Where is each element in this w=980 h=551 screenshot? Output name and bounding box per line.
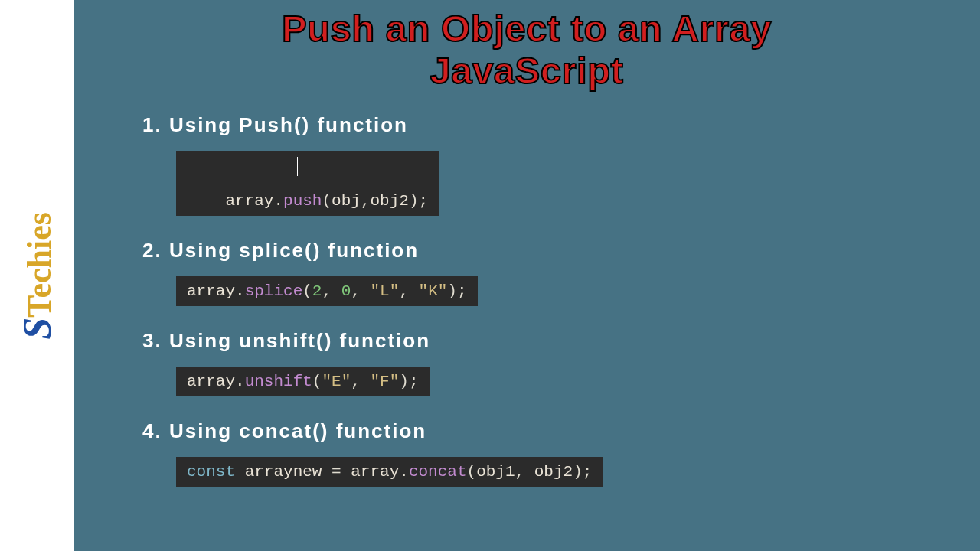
code-token: array — [187, 373, 235, 390]
section-heading-4: 4. Using concat() function — [142, 419, 980, 443]
code-token: 2 — [312, 282, 322, 300]
code-token: obj2 — [371, 192, 409, 210]
code-token: . — [273, 192, 283, 210]
code-token: ( — [302, 282, 312, 300]
code-token: = — [322, 463, 351, 481]
code-token: push — [283, 192, 322, 210]
brand-logo: STechies — [15, 212, 60, 340]
code-block-1: array.push(obj,obj2); — [176, 151, 439, 216]
sidebar: STechies — [0, 0, 74, 551]
title-line-1: Push an Object to an Array — [74, 8, 980, 50]
code-token: obj — [332, 192, 361, 210]
code-token: "E" — [322, 373, 351, 390]
section-heading-1: 1. Using Push() function — [142, 113, 980, 137]
text-cursor — [297, 157, 298, 176]
code-token: . — [235, 282, 245, 300]
code-token: array — [225, 192, 273, 210]
code-token: , — [322, 282, 341, 300]
code-token: ( — [312, 373, 322, 390]
logo-rest: Techies — [21, 212, 58, 318]
section-heading-3: 3. Using unshift() function — [142, 329, 980, 353]
code-token: ); — [399, 373, 418, 390]
page-title: Push an Object to an Array JavaScript — [74, 8, 980, 92]
code-token: ); — [573, 463, 592, 481]
code-token — [235, 463, 245, 481]
code-token: "K" — [419, 282, 448, 300]
code-token: obj2 — [534, 463, 573, 481]
code-token: ); — [409, 192, 428, 210]
code-token: , — [515, 463, 534, 481]
code-token: ( — [322, 192, 332, 210]
title-line-2: JavaScript — [74, 50, 980, 92]
code-token: . — [235, 373, 245, 390]
code-token: array — [351, 463, 399, 481]
code-token: unshift — [245, 373, 312, 390]
code-token: ); — [447, 282, 466, 300]
code-block-2: array.splice(2, 0, "L", "K"); — [176, 276, 478, 306]
section-heading-2: 2. Using splice() function — [142, 239, 980, 262]
code-token: , — [351, 373, 370, 390]
code-token: , — [399, 282, 418, 300]
code-token: array — [187, 282, 235, 300]
code-token: ( — [467, 463, 477, 481]
code-token: const — [187, 463, 235, 481]
code-token: obj1 — [476, 463, 514, 481]
code-token: . — [399, 463, 409, 481]
code-token: "L" — [371, 282, 400, 300]
code-token: concat — [409, 463, 467, 481]
code-token: splice — [245, 282, 303, 300]
code-token: "F" — [370, 373, 399, 390]
logo-first: S — [15, 317, 59, 339]
code-token: , — [351, 282, 370, 300]
code-token: arraynew — [245, 463, 322, 481]
content: 1. Using Push() function array.push(obj,… — [74, 113, 980, 510]
main-panel: Push an Object to an Array JavaScript 1.… — [74, 0, 980, 551]
code-token: 0 — [341, 282, 351, 300]
code-block-4: const arraynew = array.concat(obj1, obj2… — [176, 457, 603, 487]
code-token: , — [361, 192, 371, 210]
code-block-3: array.unshift("E", "F"); — [176, 367, 430, 396]
